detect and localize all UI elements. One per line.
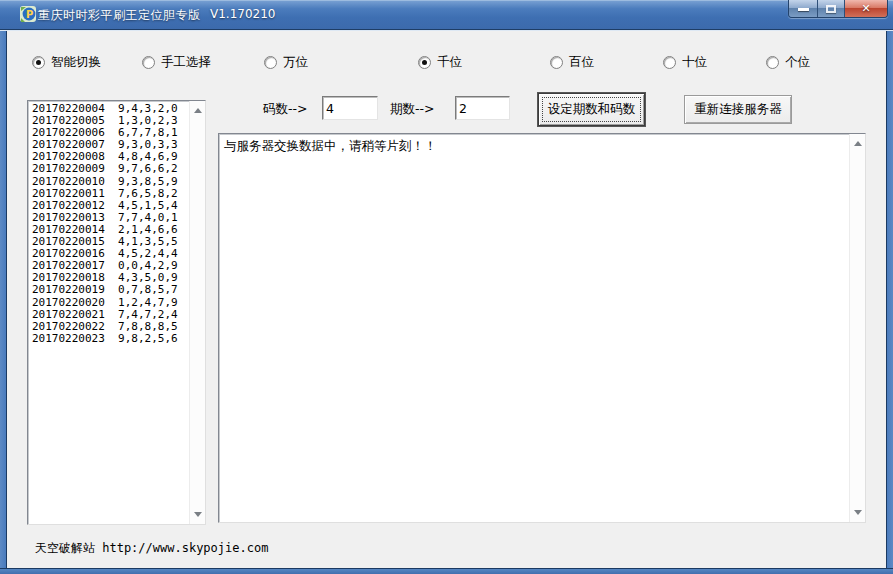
server-status-message: 与服务器交换数据中，请稍等片刻！！ <box>219 134 847 158</box>
close-icon: ✕ <box>861 3 870 14</box>
radio-circle-icon <box>766 56 779 69</box>
radio-label: 个位 <box>785 54 810 71</box>
minimize-icon <box>798 8 809 11</box>
radio-baiwei[interactable]: 百位 <box>550 55 594 70</box>
draw-history-list[interactable]: 20170220004 9,4,3,2,020170220005 1,3,0,2… <box>27 100 206 525</box>
list-item[interactable]: 20170220022 7,8,8,8,5 <box>32 321 188 333</box>
app-icon: P <box>20 6 36 22</box>
radio-smart-switch[interactable]: 智能切换 <box>32 55 101 70</box>
titlebar[interactable]: P 重庆时时彩平刷王定位胆专版 V1.170210 ✕ <box>0 0 893 29</box>
output-scrollbar[interactable] <box>849 134 865 522</box>
set-period-code-button[interactable]: 设定期数和码数 <box>538 93 645 126</box>
list-scrollbar[interactable] <box>189 101 205 524</box>
list-item[interactable]: 20170220010 9,3,8,5,9 <box>32 176 188 188</box>
period-count-label: 期数--> <box>390 101 435 118</box>
list-item[interactable]: 20170220011 7,6,5,8,2 <box>32 188 188 200</box>
maximize-icon <box>826 5 836 13</box>
output-scroll-down-icon[interactable] <box>854 510 862 515</box>
radio-label: 千位 <box>437 54 462 71</box>
radio-shiwei[interactable]: 十位 <box>663 55 707 70</box>
radio-label: 万位 <box>283 54 308 71</box>
window-title: 重庆时时彩平刷王定位胆专版 <box>38 7 201 24</box>
list-scroll-up-icon[interactable] <box>194 108 202 113</box>
list-scroll-down-icon[interactable] <box>194 512 202 517</box>
radio-label: 智能切换 <box>51 54 101 71</box>
radio-wanwei[interactable]: 万位 <box>264 55 308 70</box>
radio-gewei[interactable]: 个位 <box>766 55 810 70</box>
radio-circle-icon <box>264 56 277 69</box>
radio-label: 手工选择 <box>161 54 211 71</box>
output-scroll-up-icon[interactable] <box>854 141 862 146</box>
radio-circle-icon <box>142 56 155 69</box>
list-item[interactable]: 20170220023 9,8,2,5,6 <box>32 333 188 345</box>
footer-credit: 天空破解站 http://www.skypojie.com <box>35 540 268 557</box>
radio-manual-select[interactable]: 手工选择 <box>142 55 211 70</box>
radio-label: 百位 <box>569 54 594 71</box>
window-version: V1.170210 <box>210 7 275 21</box>
window-frame-right <box>886 29 893 574</box>
window-controls: ✕ <box>788 0 888 18</box>
list-item[interactable]: 20170220020 1,2,4,7,9 <box>32 297 188 309</box>
code-count-input[interactable] <box>322 96 378 120</box>
radio-label: 十位 <box>682 54 707 71</box>
maximize-button[interactable] <box>817 0 845 17</box>
app-window: P 重庆时时彩平刷王定位胆专版 V1.170210 ✕ 智能切换手工选择万位千位… <box>0 0 893 574</box>
list-item[interactable]: 20170220019 0,7,8,5,7 <box>32 284 188 296</box>
radio-circle-icon <box>663 56 676 69</box>
server-output-panel[interactable]: 与服务器交换数据中，请稍等片刻！！ <box>218 133 866 523</box>
reconnect-server-button[interactable]: 重新连接服务器 <box>684 95 792 124</box>
code-count-label: 码数--> <box>263 101 308 118</box>
svg-text:P: P <box>26 9 33 20</box>
window-frame-bottom <box>0 568 893 574</box>
list-item[interactable]: 20170220021 7,4,7,2,4 <box>32 309 188 321</box>
window-frame-left <box>0 29 7 574</box>
radio-circle-icon <box>32 56 45 69</box>
close-button[interactable]: ✕ <box>845 0 887 17</box>
minimize-button[interactable] <box>789 0 817 17</box>
list-item[interactable]: 20170220009 9,7,6,6,2 <box>32 163 188 175</box>
draw-history-rows: 20170220004 9,4,3,2,020170220005 1,3,0,2… <box>28 101 188 524</box>
radio-circle-icon <box>418 56 431 69</box>
radio-circle-icon <box>550 56 563 69</box>
period-count-input[interactable] <box>455 96 510 120</box>
radio-qianwei[interactable]: 千位 <box>418 55 462 70</box>
